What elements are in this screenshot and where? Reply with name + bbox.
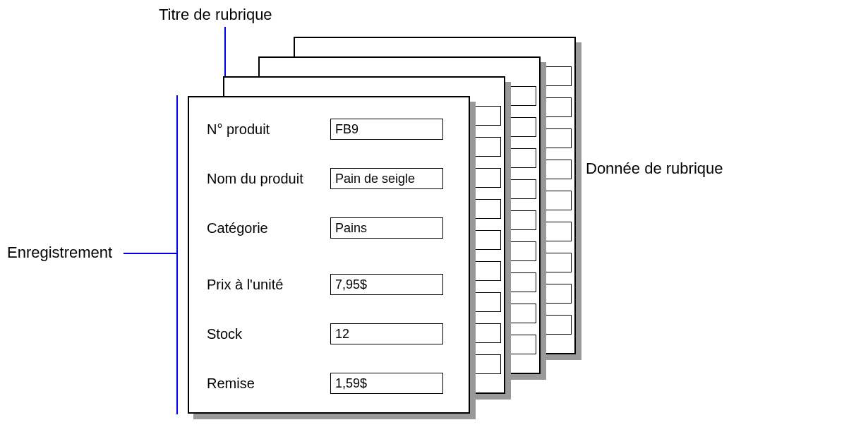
card-2-peek-9	[473, 354, 501, 374]
card-2-peek-7	[473, 292, 501, 312]
label-product-number: N° produit	[207, 121, 330, 138]
card-2-peek-3	[473, 168, 501, 188]
card-1: N° produit FB9 Nom du produit Pain de se…	[188, 96, 470, 414]
annotation-field-title: Titre de rubrique	[159, 6, 272, 24]
card-2-peek-8	[473, 323, 501, 343]
label-product-name: Nom du produit	[207, 171, 330, 187]
diagram-stage: Titre de rubrique Enregistrement Donnée …	[0, 0, 868, 432]
card-4-peek-7	[543, 253, 572, 272]
card-4-peek-2	[543, 97, 572, 117]
card-3-peek-6	[508, 241, 536, 261]
card-4-peek-5	[543, 191, 572, 210]
card-2-peek-2	[473, 137, 501, 157]
annotation-field-data: Donnée de rubrique	[586, 160, 723, 178]
label-category: Catégorie	[207, 220, 330, 236]
card-4-peek-8	[543, 284, 572, 304]
field-unit-price[interactable]: 7,95$	[330, 274, 443, 295]
card-4-peek-4	[543, 160, 572, 179]
field-product-name[interactable]: Pain de seigle	[330, 168, 443, 189]
field-category[interactable]: Pains	[330, 217, 443, 239]
label-discount: Remise	[207, 376, 330, 392]
card-3-peek-9	[508, 335, 536, 354]
form-row-unit-price: Prix à l'unité 7,95$	[207, 274, 443, 295]
form-row-product-name: Nom du produit Pain de seigle	[207, 168, 443, 189]
card-2-peek-6	[473, 261, 501, 281]
card-3-peek-1	[508, 86, 536, 106]
card-2-peek-1	[473, 106, 501, 126]
field-discount[interactable]: 1,59$	[330, 373, 443, 394]
card-3-peek-8	[508, 304, 536, 323]
form-row-discount: Remise 1,59$	[207, 373, 443, 394]
card-4-peek-1	[543, 66, 572, 86]
form-row-category: Catégorie Pains	[207, 217, 443, 239]
field-stock[interactable]: 12	[330, 323, 443, 344]
form-row-stock: Stock 12	[207, 323, 443, 344]
card-4-peek-3	[543, 128, 572, 148]
card-3-peek-3	[508, 148, 536, 168]
form-row-product-number: N° produit FB9	[207, 119, 443, 140]
field-product-number[interactable]: FB9	[330, 119, 443, 140]
label-unit-price: Prix à l'unité	[207, 277, 330, 293]
card-4-peek-9	[543, 315, 572, 335]
annotation-record: Enregistrement	[7, 244, 112, 262]
card-3-peek-4	[508, 179, 536, 199]
callout-line-record-bracket	[176, 95, 178, 414]
label-stock: Stock	[207, 326, 330, 342]
card-3-peek-5	[508, 210, 536, 230]
callout-line-record-h	[123, 253, 176, 254]
card-4-peek-6	[543, 222, 572, 241]
card-3-peek-2	[508, 117, 536, 137]
card-3-peek-7	[508, 272, 536, 292]
card-2-peek-5	[473, 230, 501, 250]
card-2-peek-4	[473, 199, 501, 219]
